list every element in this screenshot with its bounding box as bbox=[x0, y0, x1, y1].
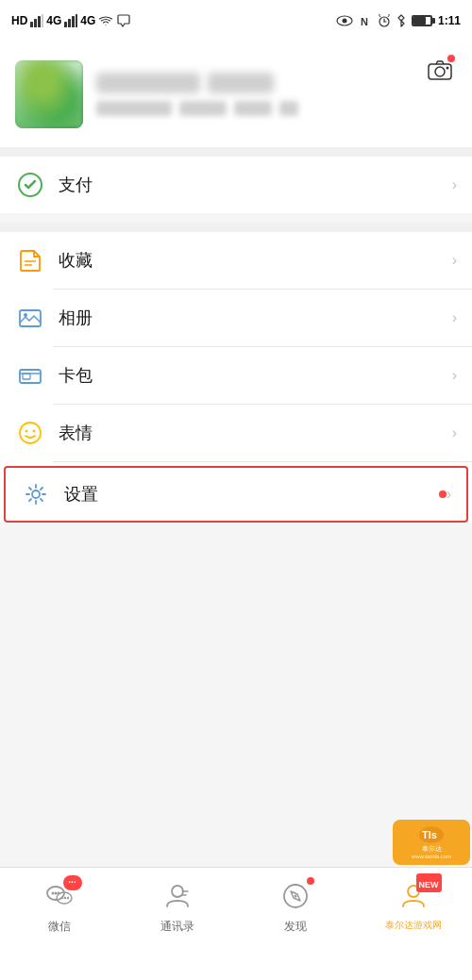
favorites-menu-item[interactable]: 收藏 › bbox=[0, 232, 472, 289]
settings-icon bbox=[21, 479, 51, 509]
svg-point-30 bbox=[51, 892, 54, 895]
watermark-text1: 泰尔达 bbox=[422, 845, 442, 853]
emoji-menu-item[interactable]: 表情 › bbox=[0, 405, 472, 461]
nav-contacts-icon-wrap bbox=[159, 877, 196, 915]
svg-text:N: N bbox=[361, 16, 368, 27]
svg-text:TIs: TIs bbox=[422, 829, 437, 840]
nav-me-icon-wrap: NEW bbox=[395, 877, 432, 915]
eye-icon bbox=[336, 14, 353, 27]
profile-section bbox=[0, 42, 472, 147]
settings-menu-item[interactable]: 设置 › bbox=[4, 466, 468, 523]
svg-rect-7 bbox=[76, 14, 77, 27]
svg-point-16 bbox=[447, 67, 449, 70]
svg-point-9 bbox=[342, 19, 346, 24]
album-label: 相册 bbox=[59, 307, 452, 329]
wechat-badge-text: ··· bbox=[68, 878, 76, 888]
svg-rect-1 bbox=[34, 19, 37, 27]
profile-name-blur2 bbox=[208, 73, 274, 93]
album-chevron: › bbox=[452, 309, 457, 326]
profile-name-row bbox=[96, 73, 457, 93]
divider-emoji-settings bbox=[53, 461, 472, 462]
camera-icon bbox=[428, 59, 452, 80]
nav-discover[interactable]: 发现 bbox=[236, 877, 354, 935]
status-right: N 1:11 bbox=[336, 14, 461, 27]
status-bar: HD 4G 4G bbox=[0, 0, 472, 42]
settings-label: 设置 bbox=[64, 483, 433, 506]
profile-sub-blur4 bbox=[279, 101, 298, 116]
message-status-icon bbox=[116, 14, 131, 27]
wechat-badge: ··· bbox=[63, 875, 82, 890]
profile-sub-blur1 bbox=[96, 101, 172, 116]
emoji-label: 表情 bbox=[59, 422, 452, 444]
signal-icon bbox=[30, 14, 43, 27]
section-divider-2 bbox=[0, 223, 472, 232]
bluetooth-icon bbox=[396, 14, 406, 27]
svg-rect-2 bbox=[38, 16, 41, 27]
profile-info bbox=[96, 73, 457, 116]
album-icon bbox=[15, 303, 45, 333]
carrier-text: HD bbox=[11, 14, 27, 27]
svg-point-37 bbox=[172, 886, 183, 897]
svg-point-27 bbox=[33, 430, 36, 433]
svg-rect-6 bbox=[72, 16, 75, 27]
me-badge-text: NEW bbox=[419, 880, 439, 889]
svg-rect-23 bbox=[23, 374, 30, 379]
camera-badge bbox=[447, 55, 455, 62]
svg-point-34 bbox=[60, 897, 62, 899]
nav-wechat-label: 微信 bbox=[48, 919, 71, 935]
svg-point-31 bbox=[54, 892, 57, 895]
favorites-label: 收藏 bbox=[59, 249, 452, 272]
svg-point-35 bbox=[63, 897, 65, 899]
svg-point-25 bbox=[20, 423, 41, 443]
nav-discover-label: 发现 bbox=[284, 919, 307, 935]
payment-menu-item[interactable]: 支付 › bbox=[0, 157, 472, 213]
nav-contacts-label: 通讯录 bbox=[160, 919, 194, 935]
camera-button[interactable] bbox=[423, 53, 457, 87]
section-divider-1 bbox=[0, 147, 472, 157]
svg-rect-5 bbox=[68, 19, 71, 27]
time-text: 1:11 bbox=[438, 14, 461, 27]
svg-rect-0 bbox=[30, 22, 33, 27]
nav-discover-icon-wrap bbox=[277, 877, 314, 915]
me-badge: NEW bbox=[416, 873, 442, 892]
emoji-chevron: › bbox=[452, 424, 457, 441]
favorites-icon bbox=[15, 245, 45, 275]
nav-wechat[interactable]: ··· 微信 bbox=[0, 877, 118, 935]
profile-avatar bbox=[15, 60, 83, 128]
emoji-icon bbox=[15, 418, 45, 448]
alarm-icon bbox=[378, 14, 391, 27]
settings-chevron: › bbox=[447, 486, 451, 503]
discover-icon bbox=[281, 882, 310, 910]
nav-wechat-icon-wrap: ··· bbox=[41, 877, 78, 915]
status-left: HD 4G 4G bbox=[11, 14, 131, 27]
battery-icon bbox=[412, 15, 432, 26]
signal2-4g-text: 4G bbox=[80, 14, 95, 27]
settings-dot bbox=[439, 490, 447, 498]
nav-me-label: 泰尔达游戏网 bbox=[385, 919, 442, 932]
wifi-icon bbox=[98, 14, 113, 27]
card-menu-item[interactable]: 卡包 › bbox=[0, 347, 472, 404]
nav-me[interactable]: NEW 泰尔达游戏网 bbox=[354, 877, 472, 932]
nav-contacts[interactable]: 通讯录 bbox=[118, 877, 236, 935]
nfc-icon: N bbox=[359, 14, 372, 27]
payment-icon bbox=[15, 170, 45, 200]
album-menu-item[interactable]: 相册 › bbox=[0, 290, 472, 346]
svg-point-28 bbox=[32, 490, 40, 498]
svg-point-41 bbox=[294, 895, 296, 898]
signal2-icon bbox=[64, 14, 77, 27]
payment-section: 支付 › bbox=[0, 157, 472, 213]
svg-point-15 bbox=[435, 67, 445, 76]
svg-point-36 bbox=[66, 897, 68, 899]
profile-sub-row bbox=[96, 101, 457, 116]
payment-chevron: › bbox=[452, 176, 457, 193]
discover-badge bbox=[307, 877, 314, 885]
main-menu-section: 收藏 › 相册 › 卡包 › bbox=[0, 232, 472, 523]
favorites-chevron: › bbox=[452, 252, 457, 269]
profile-sub-blur3 bbox=[234, 101, 272, 116]
bottom-navigation: ··· 微信 通讯录 发现 bbox=[0, 867, 472, 980]
svg-rect-3 bbox=[42, 14, 43, 27]
svg-point-26 bbox=[25, 430, 28, 433]
contacts-icon bbox=[163, 882, 192, 910]
profile-sub-blur2 bbox=[179, 101, 227, 116]
profile-name-blur bbox=[96, 73, 200, 93]
